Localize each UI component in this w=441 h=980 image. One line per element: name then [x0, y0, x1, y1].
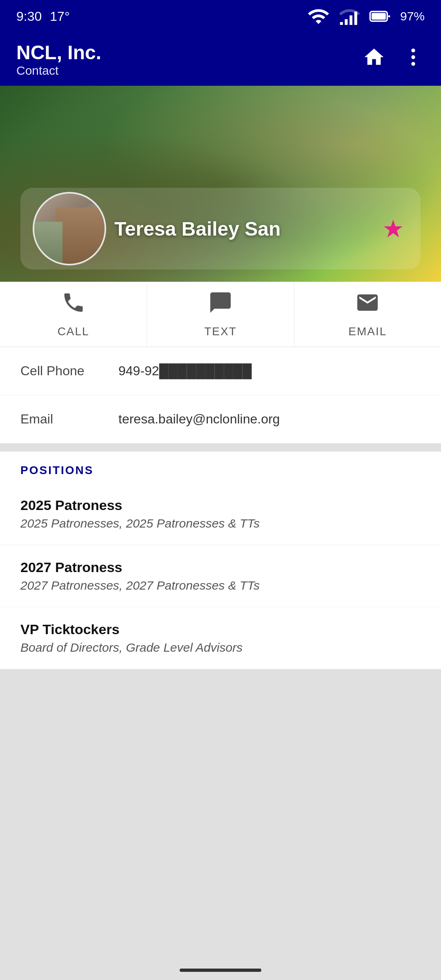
- home-icon[interactable]: [363, 46, 385, 73]
- contact-section: Cell Phone 949-92██████████ Email teresa…: [0, 347, 441, 443]
- position-item-2: 2027 Patroness 2027 Patronesses, 2027 Pa…: [0, 545, 441, 607]
- email-contact-value[interactable]: teresa.bailey@nclonline.org: [118, 412, 280, 427]
- position-item-1: 2025 Patroness 2025 Patronesses, 2025 Pa…: [0, 483, 441, 545]
- status-time: 9:30: [16, 9, 42, 24]
- app-bar-icons: [363, 46, 425, 73]
- text-button[interactable]: TEXT: [147, 282, 294, 346]
- text-label: TEXT: [204, 325, 237, 338]
- cell-phone-label: Cell Phone: [20, 363, 102, 379]
- svg-point-8: [411, 62, 415, 65]
- svg-rect-1: [345, 19, 347, 25]
- position-title-2: 2027 Patroness: [20, 559, 421, 575]
- svg-point-6: [411, 49, 415, 52]
- positions-header: POSITIONS: [0, 452, 441, 483]
- app-title-sub: Contact: [16, 64, 101, 78]
- profile-card: Teresa Bailey San ★: [20, 188, 421, 270]
- svg-rect-0: [340, 22, 343, 25]
- profile-name: Teresa Bailey San: [114, 218, 382, 240]
- email-contact-label: Email: [20, 412, 102, 427]
- wifi-icon: [307, 5, 330, 28]
- email-label: EMAIL: [348, 325, 387, 338]
- cell-phone-value: 949-92██████████: [118, 363, 252, 379]
- app-title-main: NCL, Inc.: [16, 41, 101, 64]
- avatar-image: [34, 194, 105, 264]
- svg-rect-2: [350, 16, 352, 25]
- email-button[interactable]: EMAIL: [294, 282, 441, 346]
- status-temperature: 17°: [50, 9, 69, 24]
- position-title-3: VP Ticktockers: [20, 621, 421, 637]
- actions-row: CALL TEXT EMAIL: [0, 282, 441, 347]
- avatar: [33, 192, 106, 265]
- more-options-icon[interactable]: [402, 46, 425, 73]
- position-subtitle-3: Board of Directors, Grade Level Advisors: [20, 641, 421, 655]
- positions-section: POSITIONS 2025 Patroness 2025 Patronesse…: [0, 452, 441, 669]
- favorite-star-icon[interactable]: ★: [382, 214, 404, 243]
- svg-rect-3: [354, 11, 357, 25]
- phone-icon: [61, 290, 86, 320]
- message-icon: [208, 290, 233, 320]
- bottom-area: [0, 669, 441, 980]
- position-subtitle-1: 2025 Patronesses, 2025 Patronesses & TTs: [20, 517, 421, 530]
- position-title-1: 2025 Patroness: [20, 497, 421, 513]
- cell-phone-row: Cell Phone 949-92██████████: [0, 347, 441, 395]
- battery-percent: 97%: [400, 9, 425, 23]
- app-bar: NCL, Inc. Contact: [0, 33, 441, 86]
- app-bar-title: NCL, Inc. Contact: [16, 41, 101, 78]
- status-left: 9:30 17°: [16, 9, 70, 24]
- status-right: 97%: [307, 5, 425, 28]
- position-subtitle-2: 2027 Patronesses, 2027 Patronesses & TTs: [20, 579, 421, 592]
- email-row: Email teresa.bailey@nclonline.org: [0, 395, 441, 443]
- call-label: CALL: [58, 325, 89, 338]
- hero-section: Teresa Bailey San ★: [0, 86, 441, 282]
- email-icon: [355, 290, 380, 320]
- position-item-3: VP Ticktockers Board of Directors, Grade…: [0, 607, 441, 669]
- cell-phone-redacted: ██████████: [159, 363, 252, 378]
- battery-icon: [369, 5, 392, 28]
- nav-indicator: [180, 969, 261, 972]
- svg-rect-5: [372, 13, 386, 20]
- status-bar: 9:30 17° 97%: [0, 0, 441, 33]
- call-button[interactable]: CALL: [0, 282, 147, 346]
- svg-point-7: [411, 55, 415, 59]
- signal-icon: [338, 5, 361, 28]
